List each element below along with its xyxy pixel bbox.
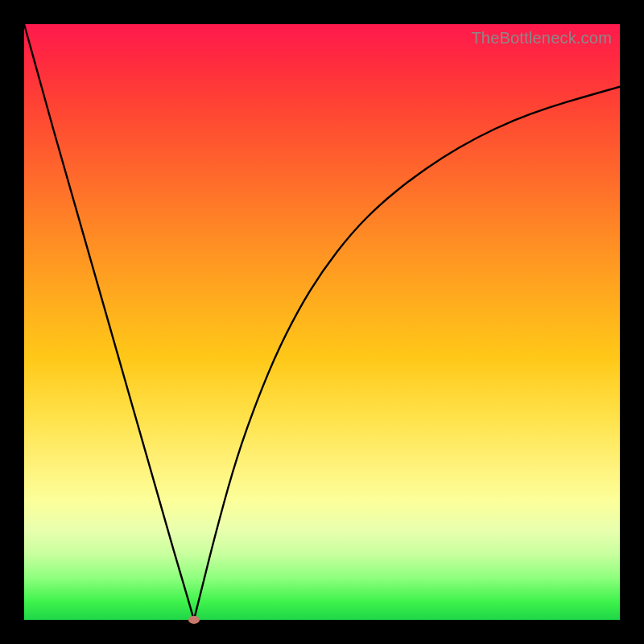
curve-path (24, 24, 620, 620)
bottleneck-curve (24, 24, 620, 620)
chart-frame: TheBottleneck.com (0, 0, 644, 644)
minimum-marker (188, 616, 200, 624)
plot-area: TheBottleneck.com (24, 24, 620, 620)
